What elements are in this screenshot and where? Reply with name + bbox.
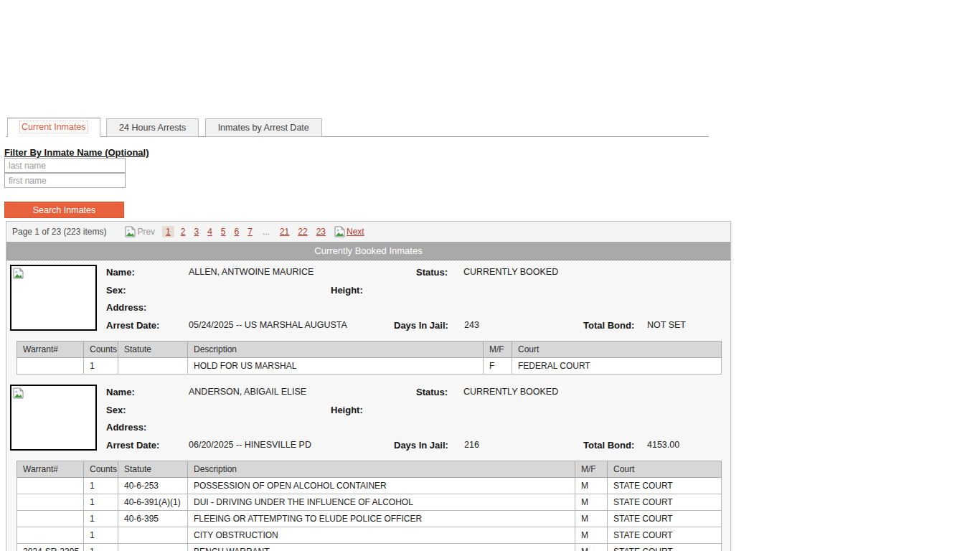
page-ellipsis: ... <box>263 227 270 237</box>
mf-cell: M <box>575 527 608 544</box>
next-label: Next <box>347 227 364 237</box>
tab-bar: Current Inmates 24 Hours Arrests Inmates… <box>6 118 709 137</box>
charge-row: 1 HOLD FOR US MARSHAL F FEDERAL COURT <box>17 358 722 375</box>
page-number-link[interactable]: 3 <box>194 227 199 237</box>
first-name-input[interactable] <box>4 173 126 188</box>
inmates-panel: Page 1 of 23 (223 items) Prev 1 2 3 4 5 … <box>6 221 731 551</box>
next-page-link[interactable]: Next <box>334 226 364 237</box>
height-label: Height: <box>331 405 363 415</box>
days-in-jail-label: Days In Jail: <box>394 320 448 331</box>
inmate-photo <box>10 265 97 331</box>
page-number-link[interactable]: 21 <box>280 227 289 237</box>
statute-cell <box>118 358 188 375</box>
prev-label: Prev <box>137 227 155 237</box>
mf-cell: F <box>484 358 512 375</box>
court-header: Court <box>512 342 722 358</box>
warrant-cell: 2024-SR-2395 <box>17 544 84 551</box>
total-bond-label: Total Bond: <box>583 320 634 331</box>
warrant-cell <box>17 358 84 375</box>
pagination-bar: Page 1 of 23 (223 items) Prev 1 2 3 4 5 … <box>6 222 730 242</box>
inmate-days-in-jail: 216 <box>464 440 479 450</box>
inmate-total-bond: NOT SET <box>647 320 686 330</box>
statute-header: Statute <box>118 342 188 358</box>
description-header: Description <box>188 342 484 358</box>
description-cell: BENCH WARRANT <box>188 544 575 551</box>
filter-heading: Filter By Inmate Name (Optional) <box>4 147 149 158</box>
description-cell: DUI - DRIVING UNDER THE INFLUENCE OF ALC… <box>188 494 575 511</box>
charge-row: 1 40-6-395 FLEEING OR ATTEMPTING TO ELUD… <box>17 511 722 527</box>
description-header: Description <box>188 461 575 478</box>
section-title: Currently Booked Inmates <box>6 242 730 260</box>
inmate-status: CURRENTLY BOOKED <box>463 267 558 277</box>
inmate-name: ANDERSON, ABIGAIL ELISE <box>189 387 306 397</box>
page-number-link[interactable]: 4 <box>207 227 212 237</box>
counts-cell: 1 <box>84 544 118 551</box>
tab-label: 24 Hours Arrests <box>119 123 186 133</box>
mf-header: M/F <box>575 461 608 478</box>
statute-cell <box>118 544 188 551</box>
mf-cell: M <box>575 544 608 551</box>
counts-cell: 1 <box>84 478 118 494</box>
court-cell: STATE COURT <box>608 511 722 527</box>
total-bond-label: Total Bond: <box>583 440 634 451</box>
mf-cell: M <box>575 478 608 494</box>
mf-header: M/F <box>484 342 512 358</box>
page-number-link[interactable]: 22 <box>298 227 307 237</box>
arrest-date-label: Arrest Date: <box>106 320 159 331</box>
page-number-current: 1 <box>162 226 174 237</box>
inmate-arrest-date: 05/24/2025 -- US MARSHAL AUGUSTA <box>189 320 347 330</box>
page-number-link[interactable]: 2 <box>181 227 186 237</box>
warrant-header: Warrant# <box>17 461 84 478</box>
court-cell: STATE COURT <box>608 494 722 511</box>
inmate-days-in-jail: 243 <box>464 320 479 330</box>
counts-cell: 1 <box>84 358 118 375</box>
tab-inmates-by-arrest-date[interactable]: Inmates by Arrest Date <box>205 118 322 137</box>
days-in-jail-label: Days In Jail: <box>394 440 448 451</box>
last-name-input[interactable] <box>4 158 126 173</box>
page-number-link[interactable]: 7 <box>248 227 253 237</box>
court-header: Court <box>608 461 722 478</box>
inmate-record: Name: ALLEN, ANTWOINE MAURICE Status: CU… <box>6 262 730 336</box>
mf-cell: M <box>575 494 608 511</box>
statute-cell: 40-6-253 <box>118 478 188 494</box>
statute-header: Statute <box>118 461 188 478</box>
broken-image-icon <box>13 387 24 399</box>
broken-image-icon <box>334 226 346 237</box>
counts-cell: 1 <box>84 494 118 511</box>
warrant-cell <box>17 527 84 544</box>
name-label: Name: <box>106 267 135 278</box>
sex-label: Sex: <box>106 405 126 415</box>
tab-current-inmates[interactable]: Current Inmates <box>7 118 100 137</box>
inmate-photo <box>10 385 97 451</box>
page-number-link[interactable]: 6 <box>235 227 240 237</box>
search-inmates-button[interactable]: Search Inmates <box>4 202 124 218</box>
charges-header-row: Warrant# Counts Statute Description M/F … <box>17 342 722 358</box>
court-cell: FEDERAL COURT <box>512 358 722 375</box>
statute-cell <box>118 527 188 544</box>
sex-label: Sex: <box>106 285 126 296</box>
page-summary: Page 1 of 23 (223 items) <box>12 227 106 237</box>
charges-header-row: Warrant# Counts Statute Description M/F … <box>17 461 722 478</box>
tab-24-hours-arrests[interactable]: 24 Hours Arrests <box>106 118 199 137</box>
page-number-link[interactable]: 23 <box>316 227 326 237</box>
inmate-name: ALLEN, ANTWOINE MAURICE <box>189 267 314 277</box>
prev-page-link[interactable]: Prev <box>125 226 155 237</box>
inmate-arrest-date: 06/20/2025 -- HINESVILLE PD <box>189 440 311 450</box>
charges-table: Warrant# Counts Statute Description M/F … <box>17 461 722 551</box>
status-label: Status: <box>416 267 448 278</box>
warrant-cell <box>17 478 84 494</box>
inmate-record: Name: ANDERSON, ABIGAIL ELISE Status: CU… <box>6 382 730 456</box>
charge-row: 1 CITY OBSTRUCTION M STATE COURT <box>17 527 722 544</box>
address-label: Address: <box>106 302 146 313</box>
page-number-link[interactable]: 5 <box>221 227 226 237</box>
counts-header: Counts <box>84 342 118 358</box>
charges-table: Warrant# Counts Statute Description M/F … <box>17 341 722 375</box>
height-label: Height: <box>331 285 363 296</box>
warrant-header: Warrant# <box>17 342 84 358</box>
description-cell: HOLD FOR US MARSHAL <box>188 358 484 375</box>
counts-cell: 1 <box>84 527 118 544</box>
description-cell: FLEEING OR ATTEMPTING TO ELUDE POLICE OF… <box>188 511 575 527</box>
description-cell: POSSESSION OF OPEN ALCOHOL CONTAINER <box>188 478 575 494</box>
tab-label: Inmates by Arrest Date <box>218 123 309 133</box>
warrant-cell <box>17 511 84 527</box>
